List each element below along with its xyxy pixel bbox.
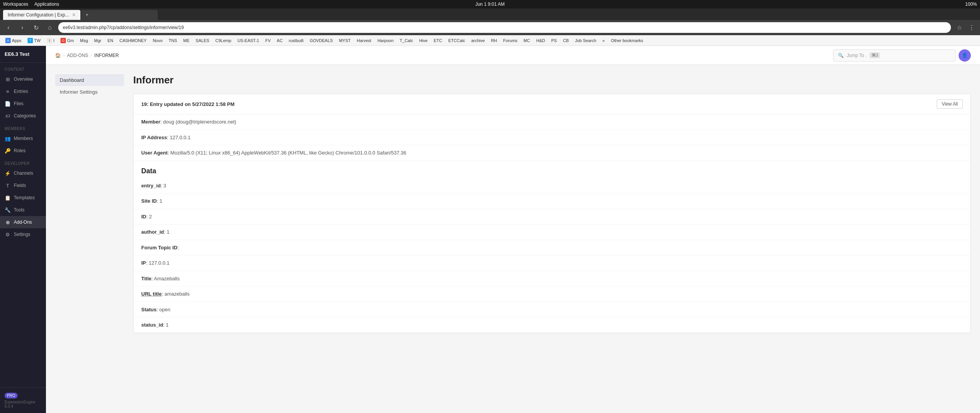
breadcrumb-home-icon[interactable]: 🏠 [55,53,61,58]
bookmark-etccalc[interactable]: ETCCalc [446,37,467,44]
bookmark-mgr[interactable]: Mgr [92,37,104,44]
field-label-entry-id: entry_id [141,183,161,189]
bookmark-more-label: » [603,38,605,43]
bookmark-hive[interactable]: Hive [417,37,430,44]
sidebar-item-categories[interactable]: 🏷 Categories [0,110,46,122]
nav-forward-btn[interactable]: › [17,22,28,33]
bookmark-c9lemp[interactable]: C9Lemp [213,37,234,44]
bookmark-apps-label: Apps [12,38,21,43]
bookmark-ps-label: PS [551,38,557,43]
jump-to-placeholder: Jump To . [847,53,867,58]
overview-icon: ⊞ [5,76,11,82]
sidebar-item-files[interactable]: 📄 Files [0,98,46,110]
bookmark-other[interactable]: Other bookmarks [609,37,645,44]
sidebar-item-settings[interactable]: ⚙ Settings [0,228,46,241]
os-applications[interactable]: Applications [34,2,59,7]
bookmark-harvest[interactable]: Harvest [354,37,374,44]
tab-label-active: Informer Configuration | Exp... [8,12,69,18]
tab-close-btn[interactable]: ✕ [72,12,76,18]
view-all-button[interactable]: View All [937,99,963,109]
bookmark-cashmoney-label: CASHMONEY [119,38,147,43]
nav-reload-btn[interactable]: ↻ [31,22,41,33]
sub-nav-dashboard[interactable]: Dashboard [55,74,124,86]
entry-field-ip: IP Address: 127.0.0.1 [134,130,970,146]
bookmark-i[interactable]: I I [44,37,57,44]
bookmark-en[interactable]: EN [105,37,116,44]
sidebar-item-entries[interactable]: ≡ Entries [0,85,46,98]
os-bar-right: 100% [965,2,977,7]
bookmark-myst-label: MYST [339,38,351,43]
bookmark-etc-label: ETC [434,38,442,43]
browser-tab-new[interactable]: + [81,10,158,20]
bookmark-tw[interactable]: T TW [25,37,43,44]
content-area: 🏠 › ADD-ONS › INFORMER 🔍 Jump To . ⌘J 👤 [46,46,980,413]
bookmark-cb[interactable]: CB [561,37,571,44]
bookmark-harvest-label: Harvest [357,38,371,43]
sidebar-item-entries-label: Entries [14,89,28,94]
address-bar[interactable]: ee6v3.test/admin.php7/cp/addons/settings… [58,22,951,33]
browser-tab-active[interactable]: Informer Configuration | Exp... ✕ [3,10,80,20]
bookmark-btn[interactable]: ☆ [954,22,965,33]
bookmark-harpoon[interactable]: Harpoon [375,37,396,44]
sidebar-item-overview[interactable]: ⊞ Overview [0,73,46,85]
bookmark-tns[interactable]: TNS [167,37,180,44]
field-label-member: Member [141,119,160,125]
bookmark-rh-label: RH [491,38,497,43]
bookmark-me[interactable]: ME [181,37,192,44]
sub-nav-informer-settings[interactable]: Informer Settings [55,86,124,98]
bookmark-govdeals[interactable]: GOVDEALS [307,37,335,44]
sidebar-item-addons[interactable]: ⊕ Add-Ons [0,216,46,228]
data-field-status-id: status_id: 1 [134,317,970,333]
bookmark-fv-label: FV [265,38,271,43]
breadcrumb-current: INFORMER [94,53,119,58]
field-label-author-id: author_id [141,229,164,235]
bookmark-sales[interactable]: SALES [193,37,211,44]
bookmark-tcalc[interactable]: T_Calc [397,37,415,44]
bookmark-rh[interactable]: RH [488,37,499,44]
bookmark-jobsearch[interactable]: Job Search [573,37,599,44]
bookmark-rustbuilt[interactable]: rustbuilt [286,37,306,44]
jump-to-input[interactable]: 🔍 Jump To . ⌘J [833,49,956,62]
entry-card-header: 19: Entry updated on 5/27/2022 1:58 PM V… [134,94,970,114]
os-workspaces[interactable]: Workspaces [3,2,28,7]
breadcrumb-addons[interactable]: ADD-ONS [67,53,88,58]
bookmark-ac[interactable]: AC [274,37,285,44]
sidebar-item-roles[interactable]: 🔑 Roles [0,145,46,157]
field-label-id: ID [141,214,146,220]
sidebar-item-tools[interactable]: 🔧 Tools [0,204,46,216]
user-avatar[interactable]: 👤 [959,49,971,62]
bookmark-more[interactable]: » [600,37,607,44]
nav-back-btn[interactable]: ‹ [3,22,14,33]
bookmark-mc[interactable]: MC [521,37,532,44]
bookmark-apps[interactable]: A Apps [3,37,24,44]
sidebar-item-fields[interactable]: T Fields [0,179,46,192]
extensions-btn[interactable]: ⋮ [966,22,977,33]
bookmark-tw-icon: T [28,38,33,43]
bookmark-gm[interactable]: G Gm [58,37,76,44]
bookmark-etc[interactable]: ETC [431,37,444,44]
bookmark-forums-label: Forums [503,38,517,43]
bookmark-gm-icon: G [60,38,66,43]
field-value-status: open [159,307,170,312]
sidebar-item-templates-label: Templates [14,195,35,200]
field-value-id: 2 [149,214,152,220]
bookmark-msg[interactable]: Msg [78,37,90,44]
bookmark-useast1[interactable]: US-EAST-1 [235,37,261,44]
browser-nav-bar: ‹ › ↻ ⌂ ee6v3.test/admin.php7/cp/addons/… [0,20,980,35]
header-search: 🔍 Jump To . ⌘J 👤 [833,49,971,62]
roles-icon: 🔑 [5,148,11,154]
bookmark-fv[interactable]: FV [263,37,273,44]
data-field-author-id: author_id: 1 [134,224,970,240]
bookmark-archive[interactable]: archive [469,37,487,44]
bookmark-hd[interactable]: H&D [534,37,547,44]
sidebar-item-channels[interactable]: ⚡ Channels [0,167,46,179]
bookmark-ps[interactable]: PS [549,37,559,44]
sidebar-section-members: MEMBERS [0,122,46,132]
bookmark-myst[interactable]: MYST [336,37,353,44]
sidebar-item-members[interactable]: 👥 Members [0,132,46,145]
nav-home-btn[interactable]: ⌂ [44,22,55,33]
sidebar-item-templates[interactable]: 📋 Templates [0,192,46,204]
bookmark-cashmoney[interactable]: CASHMONEY [117,37,149,44]
bookmark-forums[interactable]: Forums [501,37,519,44]
bookmark-novo[interactable]: Novo [150,37,165,44]
